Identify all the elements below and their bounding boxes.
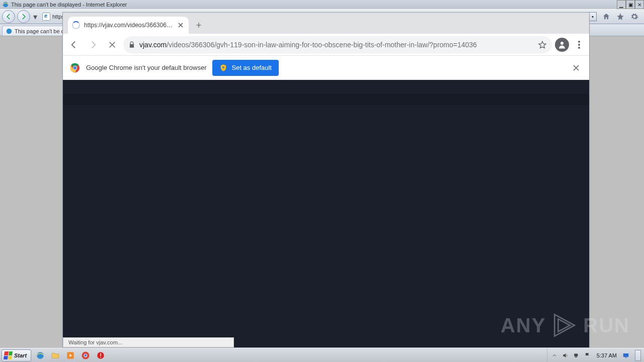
svg-rect-20 bbox=[575, 356, 577, 357]
show-desktop-button[interactable] bbox=[635, 350, 641, 361]
start-label: Start bbox=[14, 352, 27, 358]
windows-logo-icon bbox=[4, 351, 13, 359]
loading-spinner-icon bbox=[72, 21, 80, 29]
svg-rect-18 bbox=[574, 353, 578, 356]
set-default-button[interactable]: Set as default bbox=[212, 60, 279, 76]
chrome-logo-icon bbox=[70, 63, 80, 73]
svg-rect-22 bbox=[625, 357, 627, 357]
svg-point-2 bbox=[560, 42, 564, 45]
svg-point-1 bbox=[7, 28, 12, 34]
profile-avatar[interactable] bbox=[555, 38, 569, 52]
ie-tab-title: This page can't be d bbox=[15, 28, 64, 34]
start-button[interactable]: Start bbox=[2, 349, 31, 361]
chrome-menu-button[interactable] bbox=[572, 38, 586, 52]
taskbar-shield-icon[interactable] bbox=[94, 349, 107, 361]
system-tray: 5:37 AM bbox=[547, 348, 644, 362]
lock-icon bbox=[128, 41, 135, 48]
chrome-tab-title: https://vjav.com/videos/366306/gv bbox=[84, 22, 173, 29]
url-path: /videos/366306/gvh-119-son-in-law-aiming… bbox=[167, 41, 477, 49]
ie-history-dropdown[interactable]: ▾ bbox=[32, 12, 38, 22]
page-icon bbox=[42, 13, 50, 21]
ie-back-button[interactable] bbox=[2, 10, 15, 23]
home-icon[interactable] bbox=[602, 12, 611, 21]
gear-icon[interactable] bbox=[630, 12, 639, 21]
default-browser-infobar: Google Chrome isn't your default browser… bbox=[63, 56, 589, 80]
forward-button[interactable] bbox=[85, 37, 101, 53]
tray-volume-icon[interactable] bbox=[561, 351, 570, 359]
shield-icon bbox=[219, 64, 227, 72]
svg-point-9 bbox=[222, 66, 224, 68]
taskbar-explorer-icon[interactable] bbox=[49, 349, 62, 361]
omnibox-url: vjav.com/videos/366306/gvh-119-son-in-la… bbox=[139, 41, 534, 49]
infobar-text: Google Chrome isn't your default browser bbox=[86, 64, 206, 71]
chrome-tab[interactable]: https://vjav.com/videos/366306/gv bbox=[68, 17, 189, 34]
svg-point-4 bbox=[578, 44, 580, 46]
omnibox[interactable]: vjav.com/videos/366306/gvh-119-son-in-la… bbox=[123, 36, 552, 53]
svg-point-5 bbox=[578, 47, 580, 49]
bookmark-star-icon[interactable] bbox=[538, 40, 547, 49]
taskbar-media-icon[interactable] bbox=[64, 349, 77, 361]
ie-tab-favicon-icon bbox=[6, 28, 13, 35]
taskbar: Start 5:37 AM bbox=[0, 348, 644, 362]
back-button[interactable] bbox=[66, 37, 82, 53]
taskbar-chrome-icon[interactable] bbox=[79, 349, 92, 361]
svg-rect-17 bbox=[100, 357, 101, 358]
page-content: Waiting for vjav.com... bbox=[63, 80, 589, 347]
tab-close-button[interactable] bbox=[177, 21, 185, 29]
taskbar-ie-icon[interactable] bbox=[34, 349, 47, 361]
tray-clock[interactable]: 5:37 AM bbox=[597, 352, 617, 358]
svg-rect-16 bbox=[100, 353, 101, 356]
chrome-window: https://vjav.com/videos/366306/gv vjav.c… bbox=[62, 12, 590, 348]
svg-rect-21 bbox=[623, 353, 629, 356]
tray-network-icon[interactable] bbox=[573, 351, 581, 359]
ie-window-controls: ▁ ▣ ✕ bbox=[617, 0, 644, 9]
status-bar: Waiting for vjav.com... bbox=[63, 337, 234, 347]
ie-commandbar-dropdown[interactable]: ▾ bbox=[589, 12, 597, 21]
ie-titlebar: This page can't be displayed - Internet … bbox=[0, 0, 644, 9]
favorites-icon[interactable] bbox=[616, 12, 625, 21]
svg-point-8 bbox=[73, 66, 76, 69]
infobar-close-button[interactable] bbox=[570, 62, 582, 74]
status-text: Waiting for vjav.com... bbox=[68, 339, 122, 345]
stop-button[interactable] bbox=[104, 37, 120, 53]
chrome-toolbar: vjav.com/videos/366306/gvh-119-son-in-la… bbox=[63, 34, 589, 56]
set-default-label: Set as default bbox=[231, 64, 272, 71]
svg-rect-19 bbox=[575, 356, 576, 356]
svg-point-14 bbox=[85, 354, 87, 356]
tray-monitor-icon[interactable] bbox=[622, 351, 630, 359]
tray-flag-icon[interactable] bbox=[584, 351, 592, 359]
svg-point-3 bbox=[578, 41, 580, 43]
new-tab-button[interactable] bbox=[192, 18, 206, 32]
tray-chevron-icon[interactable] bbox=[550, 351, 558, 359]
url-host: vjav.com bbox=[139, 41, 167, 49]
watermark-right: RUN bbox=[583, 314, 630, 337]
ie-forward-button[interactable] bbox=[17, 10, 30, 23]
ie-tab[interactable]: This page can't be d bbox=[2, 26, 68, 36]
ie-address-fragment[interactable]: https bbox=[42, 13, 64, 21]
ie-minimize-button[interactable]: ▁ bbox=[617, 0, 626, 9]
chrome-tabstrip: https://vjav.com/videos/366306/gv bbox=[63, 13, 589, 34]
ie-close-button[interactable]: ✕ bbox=[635, 0, 644, 9]
ie-window-title: This page can't be displayed - Internet … bbox=[11, 2, 127, 8]
ie-logo-icon bbox=[2, 1, 10, 9]
ie-maximize-button[interactable]: ▣ bbox=[626, 0, 635, 9]
content-stripe bbox=[63, 94, 589, 105]
